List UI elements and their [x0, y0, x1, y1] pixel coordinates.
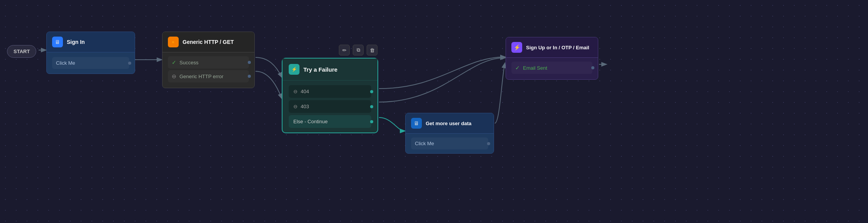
- sign-in-node[interactable]: 🖥 Sign In Click Me: [46, 32, 135, 74]
- sign-in-click-row[interactable]: Click Me: [52, 57, 129, 69]
- failure-body: ⊖ 404 ⊖ 403 Else - Continue: [283, 80, 377, 132]
- http-error-row[interactable]: ⊖ Generic HTTP error: [168, 70, 249, 82]
- user-data-click-row[interactable]: Click Me: [411, 137, 488, 149]
- user-data-header: 🖥 Get more user data: [406, 113, 494, 134]
- email-sent-row[interactable]: ✓ Email Sent: [511, 62, 592, 74]
- copy-button[interactable]: ⧉: [353, 45, 364, 55]
- signup-body: ✓ Email Sent: [506, 58, 598, 79]
- 403-output-dot: [370, 105, 373, 108]
- email-sent-label: Email Sent: [523, 65, 547, 71]
- user-data-icon: 🖥: [411, 118, 422, 129]
- error-output-dot: [248, 75, 251, 78]
- sign-in-header: 🖥 Sign In: [47, 32, 135, 52]
- signup-header: ⚡ Sign Up or In / OTP / Email: [506, 37, 598, 58]
- error-label: Generic HTTP error: [179, 74, 223, 79]
- http-get-node[interactable]: 🔸 Generic HTTP / GET ✓ Success ⊖ Generic…: [162, 32, 255, 88]
- success-icon: ✓: [172, 59, 176, 65]
- else-output-dot: [370, 120, 373, 123]
- failure-toolbar: ✏ ⧉ 🗑: [339, 45, 377, 55]
- http-success-row[interactable]: ✓ Success: [168, 56, 249, 69]
- failure-icon: ⚡: [289, 64, 299, 75]
- failure-title: Try a Failure: [303, 66, 337, 73]
- get-user-data-node[interactable]: 🖥 Get more user data Click Me: [405, 113, 494, 154]
- success-label: Success: [179, 60, 198, 65]
- http-header: 🔸 Generic HTTP / GET: [162, 32, 254, 52]
- sign-in-title: Sign In: [67, 39, 85, 45]
- start-label: START: [14, 49, 30, 54]
- sign-in-output-dot: [128, 62, 131, 65]
- sign-up-node[interactable]: ⚡ Sign Up or In / OTP / Email ✓ Email Se…: [506, 37, 598, 80]
- 403-icon: ⊖: [293, 104, 298, 109]
- http-icon: 🔸: [168, 37, 179, 47]
- 404-icon: ⊖: [293, 89, 298, 94]
- http-title: Generic HTTP / GET: [183, 39, 234, 45]
- http-body: ✓ Success ⊖ Generic HTTP error: [162, 52, 254, 88]
- delete-button[interactable]: 🗑: [367, 45, 377, 55]
- success-output-dot: [248, 61, 251, 64]
- start-node: START: [7, 45, 36, 58]
- email-sent-output-dot: [591, 66, 594, 69]
- failure-403-row[interactable]: ⊖ 403: [289, 100, 371, 113]
- try-failure-node[interactable]: ✏ ⧉ 🗑 ⚡ Try a Failure ⊖ 404 ⊖ 403: [282, 58, 378, 133]
- user-data-output-dot: [487, 142, 490, 145]
- signup-title: Sign Up or In / OTP / Email: [526, 45, 589, 50]
- user-data-body: Click Me: [406, 134, 494, 153]
- sign-in-icon: 🖥: [52, 37, 63, 47]
- failure-404-row[interactable]: ⊖ 404: [289, 85, 371, 98]
- sign-in-body: Click Me: [47, 52, 135, 74]
- failure-else-row[interactable]: Else - Continue: [289, 115, 371, 128]
- error-icon: ⊖: [172, 73, 176, 79]
- email-sent-icon: ✓: [515, 65, 520, 71]
- 404-output-dot: [370, 90, 373, 93]
- edit-button[interactable]: ✏: [339, 45, 350, 55]
- user-data-title: Get more user data: [426, 121, 472, 126]
- failure-header: ⚡ Try a Failure: [283, 59, 377, 80]
- signup-icon: ⚡: [511, 42, 522, 53]
